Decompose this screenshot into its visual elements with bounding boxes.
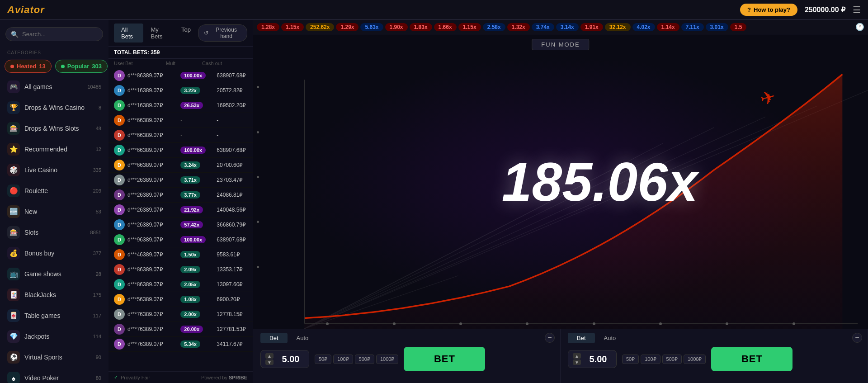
history-badge[interactable]: 4.02x: [632, 23, 655, 31]
history-badge[interactable]: 252.62x: [306, 23, 334, 31]
amount-down-1[interactable]: ▼: [265, 359, 274, 365]
sidebar-label-bonus-buy: Bonus buy: [24, 250, 89, 257]
heated-count: 13: [39, 63, 45, 70]
tab-top[interactable]: Top: [174, 24, 198, 43]
history-badge[interactable]: 1.83x: [410, 23, 432, 31]
sidebar-item-bonus-buy[interactable]: 💰 Bonus buy 377: [0, 243, 108, 264]
bet-tab-2[interactable]: Bet: [568, 333, 595, 343]
amount-up-2[interactable]: ▲: [573, 353, 581, 359]
history-badge[interactable]: 1.90x: [385, 23, 408, 31]
history-badge[interactable]: 7.11x: [681, 23, 704, 31]
history-badge[interactable]: 1.29x: [336, 23, 359, 31]
sidebar-item-live-casino[interactable]: 🎲 Live Casino 335: [0, 160, 108, 180]
bet-amount: 6389.07₽: [140, 192, 180, 198]
quick-500-2[interactable]: 500₽: [662, 355, 682, 364]
sidebar-item-blackjacks[interactable]: 🃏 BlackJacks 175: [0, 284, 108, 305]
sidebar-icon-bonus-buy: 💰: [7, 247, 20, 260]
sidebar-item-roulette[interactable]: 🔴 Roulette 209: [0, 180, 108, 201]
sidebar-item-slots[interactable]: 🎰 Slots 8851: [0, 222, 108, 243]
side-dot: [257, 266, 259, 268]
col-mult: Mult: [166, 61, 202, 66]
bet-amount: 6389.07₽: [140, 162, 180, 168]
sidebar-item-drops-wins-casino[interactable]: 🏆 Drops & Wins Casino 8: [0, 97, 108, 118]
history-badge[interactable]: 5.63x: [360, 23, 383, 31]
history-badge[interactable]: 1.5: [730, 23, 747, 31]
amount-up-1[interactable]: ▲: [265, 353, 274, 359]
how-to-play-button[interactable]: ? How to play?: [740, 4, 797, 16]
history-badge[interactable]: 1.91x: [580, 23, 603, 31]
sidebar-count-jackpots: 114: [93, 334, 101, 339]
auto-tab-2[interactable]: Auto: [595, 333, 625, 343]
quick-500-1[interactable]: 500₽: [355, 355, 374, 364]
bet-panel-1: Bet Auto ▲ ▼ 5.00 50₽ 1: [253, 329, 561, 383]
history-badge[interactable]: 3.01x: [706, 23, 728, 31]
sidebar-item-new[interactable]: 🆕 New 53: [0, 201, 108, 222]
bet-button-1[interactable]: BET: [404, 347, 485, 371]
sidebar-item-virtual-sports[interactable]: ⚽ Virtual Sports 90: [0, 347, 108, 368]
amount-input-1: ▲ ▼ 5.00: [260, 350, 309, 368]
history-badge[interactable]: 1.66x: [434, 23, 457, 31]
cashout-amount: 127781.53₽: [217, 326, 253, 332]
user-cell: D d***6: [114, 160, 140, 170]
history-badge[interactable]: 1.32x: [507, 23, 530, 31]
history-badge[interactable]: 32.12x: [605, 23, 631, 31]
quick-100-2[interactable]: 100₽: [641, 355, 660, 364]
history-badge[interactable]: 2.58x: [483, 23, 505, 31]
sidebar-item-video-poker[interactable]: ♠ Video Poker 80: [0, 368, 108, 383]
amount-value-2: 5.00: [585, 354, 612, 364]
sidebar-item-all-games[interactable]: 🎮 All games 10485: [0, 76, 108, 97]
sidebar-label-all-games: All games: [24, 83, 83, 90]
question-icon: ?: [747, 6, 751, 13]
history-badge[interactable]: 1.28x: [257, 23, 279, 31]
sidebar-item-jackpots[interactable]: 💎 Jackpots 114: [0, 326, 108, 347]
history-badge[interactable]: 1.14x: [657, 23, 679, 31]
bet-tab-1[interactable]: Bet: [260, 333, 288, 343]
history-badge[interactable]: 1.15x: [281, 23, 304, 31]
table-row: D d***7 6389.07₽ 5.34x 34117.67₽: [108, 337, 253, 352]
table-row: D d***2 6389.07₽ 3.77x 24086.81₽: [108, 188, 253, 203]
quick-100-1[interactable]: 100₽: [333, 355, 353, 364]
mult-badge: 100.00x: [180, 147, 206, 154]
search-bar: 🔍: [0, 24, 108, 45]
mult-badge: 3.77x: [180, 191, 200, 199]
quick-1000-2[interactable]: 1000₽: [684, 355, 706, 364]
remove-panel-1-button[interactable]: −: [545, 333, 555, 343]
bet-row-controls-1: ▲ ▼ 5.00 50₽ 100₽ 500₽ 1000₽ BET: [260, 347, 553, 371]
username: d***6: [127, 132, 140, 138]
username: d***7: [127, 326, 140, 332]
mult-cell: 21.92x: [180, 206, 217, 213]
table-row: D d***6 6389.07₽ - -: [108, 128, 253, 143]
bet-amount: 6389.07₽: [140, 236, 180, 243]
sidebar-label-new: New: [24, 208, 91, 215]
tab-all-bets[interactable]: All Bets: [114, 24, 143, 43]
avatar: D: [114, 70, 125, 81]
bet-amount: 6389.07₽: [140, 117, 180, 123]
heated-badge[interactable]: Heated 13: [5, 60, 52, 73]
sidebar: 🔍 CATEGORIES Heated 13 Popular 303 🎮 All…: [0, 20, 108, 383]
sidebar-item-game-shows[interactable]: 📺 Game shows 28: [0, 264, 108, 284]
popular-badge[interactable]: Popular 303: [55, 60, 108, 73]
history-badge[interactable]: 3.14x: [556, 23, 579, 31]
search-icon: 🔍: [11, 31, 19, 38]
tab-my-bets[interactable]: My Bets: [143, 24, 174, 43]
history-badge[interactable]: 3.74x: [532, 23, 554, 31]
quick-1000-1[interactable]: 1000₽: [376, 355, 398, 364]
remove-panel-2-button[interactable]: −: [852, 333, 862, 343]
bet-button-2[interactable]: BET: [711, 347, 793, 371]
history-badge[interactable]: 1.15x: [458, 23, 481, 31]
search-input[interactable]: [5, 27, 103, 41]
quick-50-2[interactable]: 50₽: [622, 355, 639, 364]
sidebar-item-drops-wins-slots[interactable]: 🎰 Drops & Wins Slots 48: [0, 118, 108, 139]
previous-hand-button[interactable]: ↺ Previous hand: [198, 24, 247, 42]
auto-tab-1[interactable]: Auto: [288, 333, 318, 343]
game-area: 1.28x1.15x252.62x1.29x5.63x1.90x1.83x1.6…: [253, 20, 868, 383]
username: d***2: [127, 222, 140, 228]
amount-down-2[interactable]: ▼: [573, 359, 581, 365]
sidebar-item-table-games[interactable]: 🀄 Table games 117: [0, 305, 108, 326]
col-user: User: [114, 61, 125, 66]
menu-button[interactable]: ☰: [853, 5, 861, 15]
sidebar-item-recommended[interactable]: ⭐ Recommended 12: [0, 139, 108, 160]
table-row: D d***6 6389.07₽ 3.24x 20700.60₽: [108, 158, 253, 173]
quick-50-1[interactable]: 50₽: [315, 355, 331, 364]
sidebar-count-virtual-sports: 90: [96, 355, 101, 360]
